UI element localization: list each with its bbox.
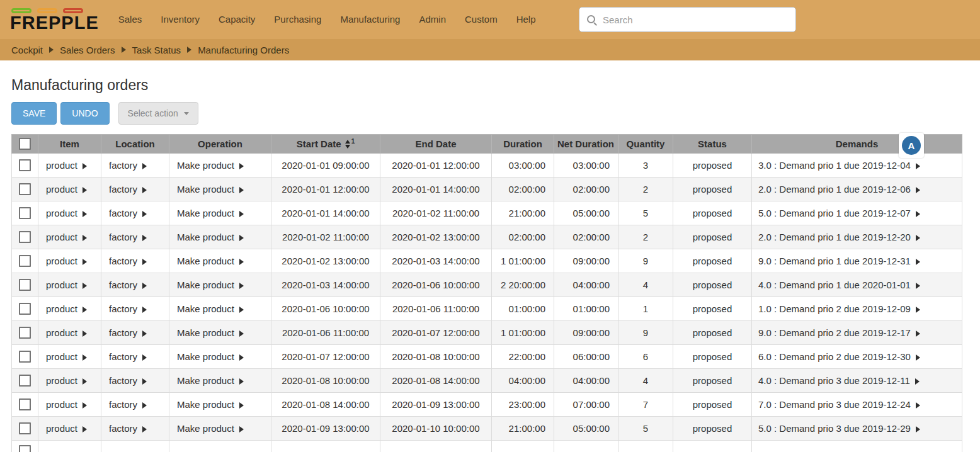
quantity-cell[interactable]: 3 [618,154,673,178]
status-cell[interactable]: proposed [673,297,752,321]
context-menu-icon[interactable] [916,426,920,432]
row-checkbox[interactable] [19,183,31,195]
end-date-cell[interactable]: 2020-01-06 11:00:00 [380,297,492,321]
col-location[interactable]: Location [101,135,169,154]
context-menu-icon[interactable] [142,307,147,313]
location-link[interactable]: factory [109,327,137,338]
status-cell[interactable]: proposed [673,369,752,393]
row-checkbox[interactable] [19,303,31,315]
status-cell[interactable]: proposed [673,345,752,369]
demand-link[interactable]: 9.0 : Demand prio 1 due 2019-12-31 [758,256,911,266]
item-link[interactable]: product [46,375,77,386]
row-checkbox[interactable] [19,255,31,267]
row-checkbox[interactable] [19,327,31,339]
row-checkbox[interactable] [19,231,31,243]
location-link[interactable]: factory [109,232,137,242]
col-net-duration[interactable]: Net Duration [554,135,618,154]
context-menu-icon[interactable] [916,354,920,361]
location-link[interactable]: factory [109,184,137,195]
item-link[interactable]: product [46,184,77,195]
col-quantity[interactable]: Quantity [618,135,673,154]
row-checkbox[interactable] [19,279,31,291]
row-checkbox[interactable] [19,398,31,410]
start-date-cell[interactable]: 2020-01-02 11:00:00 [271,225,380,249]
context-menu-icon[interactable] [142,331,147,337]
context-menu-icon[interactable] [83,378,87,385]
quantity-cell[interactable]: 7 [618,393,673,417]
favorites-button[interactable]: A [899,133,924,158]
menu-help[interactable]: Help [507,0,545,39]
context-menu-icon[interactable] [83,426,87,432]
search-box[interactable] [579,7,796,32]
frepple-logo[interactable]: FREPPLE [10,7,99,32]
status-cell[interactable]: proposed [673,249,752,273]
breadcrumb-task-status[interactable]: Task Status [132,45,181,55]
quantity-cell[interactable]: 9 [618,249,673,273]
context-menu-icon[interactable] [83,235,87,241]
item-link[interactable]: product [46,232,77,242]
operation-link[interactable]: Make product [177,232,234,242]
end-date-cell[interactable]: 2020-01-02 11:00:00 [380,201,492,225]
row-checkbox[interactable] [19,422,31,434]
operation-link[interactable]: Make product [177,256,234,266]
demand-link[interactable]: 7.0 : Demand prio 3 due 2019-12-24 [758,399,911,410]
menu-manufacturing[interactable]: Manufacturing [331,0,409,39]
row-checkbox[interactable] [19,159,31,171]
location-link[interactable]: factory [109,160,137,171]
save-button[interactable]: SAVE [11,102,57,125]
status-cell[interactable]: proposed [673,201,752,225]
context-menu-icon[interactable] [916,307,920,313]
row-checkbox[interactable] [19,207,31,219]
status-cell[interactable]: proposed [673,273,752,297]
col-item[interactable]: Item [38,135,101,154]
location-link[interactable]: factory [109,280,137,290]
end-date-cell[interactable]: 2020-01-07 12:00:00 [380,321,492,345]
demand-link[interactable]: 4.0 : Demand prio 1 due 2020-01-01 [758,280,911,290]
demand-link[interactable]: 5.0 : Demand prio 1 due 2019-12-07 [758,208,911,218]
context-menu-icon[interactable] [83,331,87,337]
context-menu-icon[interactable] [83,187,87,193]
context-menu-icon[interactable] [142,259,147,265]
context-menu-icon[interactable] [239,163,244,169]
context-menu-icon[interactable] [239,402,244,409]
quantity-cell[interactable]: 9 [618,321,673,345]
context-menu-icon[interactable] [239,307,244,313]
quantity-cell[interactable]: 6 [618,345,673,369]
end-date-cell[interactable]: 2020-01-02 13:00:00 [380,225,492,249]
operation-link[interactable]: Make product [177,375,234,386]
context-menu-icon[interactable] [239,283,244,289]
start-date-cell[interactable]: 2020-01-01 09:00:00 [271,154,380,178]
context-menu-icon[interactable] [142,163,147,169]
col-status[interactable]: Status [673,135,752,154]
start-date-cell[interactable]: 2020-01-06 11:00:00 [271,321,380,345]
quantity-cell[interactable]: 4 [618,273,673,297]
context-menu-icon[interactable] [916,235,920,241]
operation-link[interactable]: Make product [177,184,234,195]
operation-link[interactable]: Make product [177,303,234,314]
status-cell[interactable]: proposed [673,154,752,178]
col-duration[interactable]: Duration [492,135,554,154]
context-menu-icon[interactable] [83,307,87,313]
start-date-cell[interactable]: 2020-01-08 10:00:00 [271,369,380,393]
location-link[interactable]: factory [109,399,137,410]
start-date-cell[interactable]: 2020-01-01 12:00:00 [271,178,380,201]
context-menu-icon[interactable] [142,211,147,217]
operation-link[interactable]: Make product [177,327,234,338]
item-link[interactable]: product [46,256,77,266]
end-date-cell[interactable]: 2020-01-08 14:00:00 [380,369,492,393]
context-menu-icon[interactable] [239,259,244,265]
context-menu-icon[interactable] [239,235,244,241]
col-demands[interactable]: Demands [752,135,962,154]
row-checkbox[interactable] [19,351,31,363]
menu-capacity[interactable]: Capacity [209,0,265,39]
status-cell[interactable]: proposed [673,417,752,441]
end-date-cell[interactable]: 2020-01-01 14:00:00 [380,178,492,201]
context-menu-icon[interactable] [142,402,147,409]
location-link[interactable]: factory [109,256,137,266]
context-menu-icon[interactable] [916,211,920,217]
select-all-checkbox[interactable] [19,138,31,150]
context-menu-icon[interactable] [83,354,87,361]
operation-link[interactable]: Make product [177,208,234,218]
context-menu-icon[interactable] [239,426,244,432]
menu-custom[interactable]: Custom [455,0,507,39]
